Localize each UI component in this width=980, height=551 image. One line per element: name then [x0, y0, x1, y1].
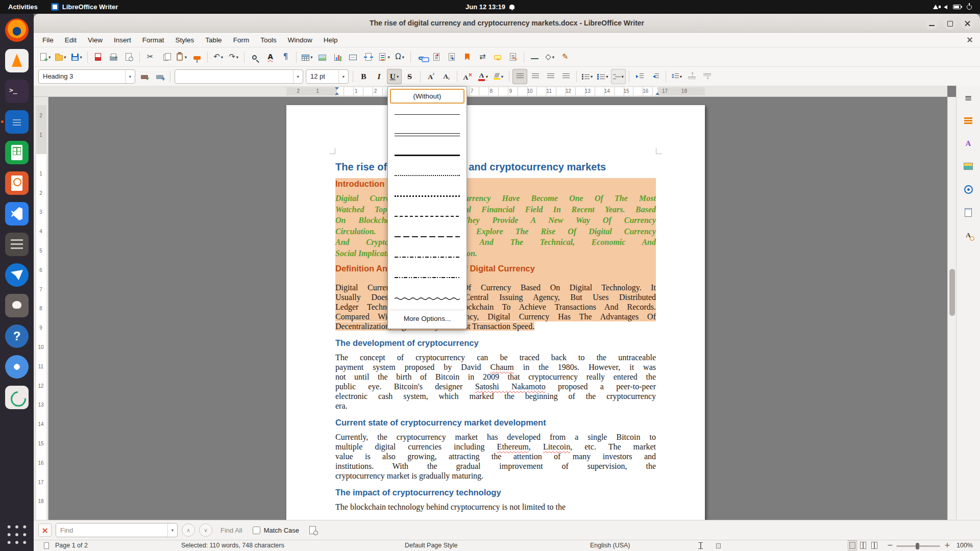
- subscript-button[interactable]: A: [439, 69, 454, 84]
- vertical-scrollbar[interactable]: [947, 97, 956, 520]
- toolbar-insert-special-character-button[interactable]: Ω▾: [393, 49, 407, 65]
- toolbar-open-file-button[interactable]: ▾: [53, 49, 68, 65]
- doc-line[interactable]: On Blockchain Technology, They Provide A…: [335, 215, 656, 226]
- toolbar-spelling-button[interactable]: A: [263, 49, 278, 65]
- doc-line[interactable]: Circulation. This Article Will Explore T…: [335, 226, 656, 237]
- close-find-bar-button[interactable]: [38, 523, 52, 537]
- maximize-button[interactable]: [943, 17, 956, 30]
- doc-line[interactable]: Decentralization, High Security And Fast…: [335, 321, 656, 331]
- doc-line[interactable]: Social Implications Of This Phenomenon.: [335, 248, 656, 259]
- doc-line[interactable]: Usually Does Not Have A Central Issuing …: [335, 292, 656, 302]
- toolbar-cut-button[interactable]: ✂: [143, 49, 158, 65]
- menu-insert[interactable]: Insert: [108, 34, 137, 46]
- toolbar-redo-button[interactable]: ↷▾: [226, 49, 241, 65]
- focused-app-indicator[interactable]: LibreOffice Writer: [51, 3, 118, 11]
- doc-line[interactable]: public eye. Bitcoin's designer Satoshi N…: [335, 382, 656, 391]
- left-indent-marker[interactable]: [335, 92, 339, 95]
- underline-style-double[interactable]: [389, 124, 465, 145]
- chevron-down-icon[interactable]: ▾: [338, 70, 348, 83]
- doc-line[interactable]: The blockchain technology behind cryptoc…: [335, 502, 656, 512]
- zoom-out-button[interactable]: −: [887, 541, 893, 549]
- page-style-status[interactable]: Default Page Style: [405, 542, 458, 549]
- font-name-combobox[interactable]: ▾: [175, 69, 303, 84]
- chevron-down-icon[interactable]: ▾: [622, 74, 624, 79]
- underline-style-dash-dot[interactable]: [389, 247, 465, 267]
- single-page-view-button[interactable]: [849, 542, 855, 549]
- doc-heading[interactable]: Current state of cryptocurrency market d…: [335, 418, 656, 428]
- system-tray-menu[interactable]: [933, 5, 972, 10]
- dock-chromium-icon[interactable]: [5, 355, 29, 379]
- doc-paragraph[interactable]: Digital Currency And Cryptocurrency Have…: [335, 193, 656, 259]
- dock-terminal-icon[interactable]: [5, 80, 29, 103]
- close-document-button[interactable]: [966, 36, 974, 44]
- underline-style-wave[interactable]: [389, 288, 465, 308]
- find-all-button[interactable]: Find All: [220, 527, 242, 534]
- doc-line[interactable]: value is also growing, attracting the at…: [335, 452, 656, 461]
- clock-menu[interactable]: Jun 12 13:19: [465, 3, 514, 11]
- doc-line[interactable]: electronic cash system, which marked the…: [335, 391, 656, 401]
- dock-help-icon[interactable]: [5, 324, 29, 348]
- sidebar-tab-properties[interactable]: [962, 114, 975, 127]
- right-indent-marker[interactable]: [655, 92, 659, 95]
- align-center-button[interactable]: [528, 69, 543, 84]
- doc-line[interactable]: institutions. With the gradual improveme…: [335, 461, 656, 471]
- dock-gimp-icon[interactable]: [5, 294, 29, 317]
- zoom-slider-thumb[interactable]: [916, 543, 919, 549]
- doc-line[interactable]: Compared With Traditional Currency, Digi…: [335, 312, 656, 321]
- highlight-color-button[interactable]: ▾: [491, 69, 506, 84]
- dock-vscode-icon[interactable]: [5, 202, 29, 226]
- doc-line[interactable]: not until the birth of Bitcoin in 2009 t…: [335, 372, 656, 382]
- unordered-list-button[interactable]: ▾: [580, 69, 595, 84]
- doc-heading[interactable]: The impact of cryptocurrency technology: [335, 488, 656, 497]
- doc-paragraph[interactable]: Currently, the cryptocurrency market has…: [335, 432, 656, 481]
- word-count-status[interactable]: Selected: 110 words, 748 characters: [181, 542, 284, 549]
- toolbar-show-draw-functions-button[interactable]: ✎: [558, 49, 573, 65]
- underline-style-long-dash[interactable]: [389, 227, 465, 247]
- justify-button[interactable]: [558, 69, 573, 84]
- decrease-indent-button[interactable]: [648, 69, 663, 84]
- decrease-paragraph-spacing-button[interactable]: [700, 69, 715, 84]
- menu-format[interactable]: Format: [137, 34, 170, 46]
- toolbar-insert-endnote-button[interactable]: [445, 49, 459, 65]
- doc-line[interactable]: And Cryptocurrency Markets And The Techn…: [335, 237, 656, 248]
- doc-line[interactable]: multiple digital currencies including Et…: [335, 442, 656, 452]
- align-left-button[interactable]: [512, 69, 527, 84]
- underline-style-without[interactable]: (Without): [390, 89, 464, 104]
- doc-line[interactable]: Currently, the cryptocurrency market has…: [335, 432, 656, 442]
- increase-indent-button[interactable]: [632, 69, 647, 84]
- toolbar-clone-formatting-button[interactable]: [189, 49, 204, 65]
- italic-button[interactable]: I: [372, 69, 386, 84]
- scrollbar-thumb[interactable]: [949, 269, 955, 316]
- underline-style-dotted[interactable]: [389, 165, 465, 186]
- toolbar-paste-button[interactable]: ▾: [174, 49, 189, 65]
- chevron-down-icon[interactable]: ▾: [606, 74, 608, 79]
- clear-formatting-button[interactable]: A: [460, 69, 475, 84]
- menu-file[interactable]: File: [37, 34, 59, 46]
- menu-help[interactable]: Help: [318, 34, 344, 46]
- align-right-button[interactable]: [543, 69, 558, 84]
- toolbar-print-button[interactable]: [106, 49, 121, 65]
- sidebar-tab-page[interactable]: [962, 206, 975, 219]
- chevron-down-icon[interactable]: ▾: [680, 74, 682, 79]
- toolbar-insert-cross-reference-button[interactable]: ⇄: [475, 49, 490, 65]
- toolbar-basic-shapes-button[interactable]: ◇▾: [543, 49, 557, 65]
- dock-software-icon[interactable]: [5, 386, 29, 409]
- toolbar-insert-horizontal-line-button[interactable]: [527, 49, 542, 65]
- zoom-in-button[interactable]: +: [944, 541, 950, 549]
- doc-paragraph[interactable]: The blockchain technology behind cryptoc…: [335, 502, 656, 512]
- horizontal-ruler[interactable]: 21123456789101112131415161718: [34, 86, 947, 97]
- line-spacing-button[interactable]: ▾: [669, 69, 684, 84]
- find-next-button[interactable]: ∨: [199, 523, 212, 537]
- doc-line[interactable]: Digital Currency And Cryptocurrency Have…: [335, 193, 656, 204]
- outline-list-button[interactable]: ▾: [611, 69, 626, 84]
- window-titlebar[interactable]: The rise of digital currency and cryptoc…: [34, 14, 980, 33]
- toolbar-insert-hyperlink-button[interactable]: [414, 49, 429, 65]
- toolbar-insert-chart-button[interactable]: [330, 49, 345, 65]
- chevron-down-icon[interactable]: ▾: [167, 523, 177, 537]
- dock-calc-icon[interactable]: [5, 141, 29, 164]
- toolbar-new-document-button[interactable]: ▾: [37, 49, 53, 65]
- superscript-button[interactable]: A: [424, 69, 438, 84]
- dock-archive-icon[interactable]: [5, 233, 29, 256]
- sidebar-tab-sidebar-settings[interactable]: [962, 91, 975, 104]
- menu-window[interactable]: Window: [282, 34, 318, 46]
